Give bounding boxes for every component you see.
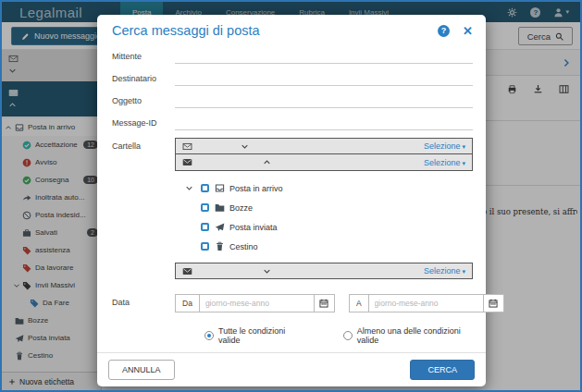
tree-item-posta-in-arrivo: Posta in arrivo [201,178,473,198]
oggetto-label: Oggetto [112,96,175,108]
message-id-label: Message-ID [112,118,175,130]
app-window: Legalmail Posta Archivio Conservazione R… [0,0,582,392]
send-icon [215,222,225,232]
search-mail-modal: Cerca messaggi di posta ? ✕ Mittente Des… [97,15,486,386]
tree-item-cestino: Cestino [201,237,473,256]
account-bar-1[interactable]: Selezione [175,138,473,154]
search-submit-button[interactable]: CERCA [410,360,475,380]
envelope-icon [182,157,192,167]
envelope-icon [182,141,192,152]
date-from-input[interactable] [200,294,315,312]
chevron-down-icon[interactable] [241,142,249,151]
folder-icon [215,202,225,213]
modal-body: Mittente Destinatario Oggetto Message-ID… [97,42,486,345]
checkbox[interactable] [201,184,209,192]
cartella-tree: Posta in arrivo Bozze Posta inviata [175,171,473,263]
conditions-row: Tutte le condizioni valide Almeno una de… [112,326,473,345]
date-range: Da A [175,294,504,312]
modal-title: Cerca messaggi di posta [112,23,260,38]
date-to-prefix: A [349,294,369,312]
mittente-input[interactable] [175,49,473,64]
destinatario-input[interactable] [175,71,473,86]
tree-item-posta-inviata: Posta inviata [201,217,473,237]
account-bar-2[interactable]: Selezione [175,154,473,171]
selezione-link[interactable]: Selezione [424,158,465,167]
radio-any-condition[interactable]: Almeno una delle condizioni valide [343,326,473,345]
oggetto-input[interactable] [175,93,473,108]
cancel-button[interactable]: ANNULLA [108,360,175,380]
account-bar-3[interactable]: Selezione [175,263,473,279]
calendar-icon [319,299,328,308]
radio-unselected-icon [343,331,353,340]
date-from-prefix: Da [175,294,200,312]
checkbox[interactable] [201,203,209,212]
cartella-selector: Selezione Selezione Posta in arrivo [175,138,473,279]
checkbox[interactable] [201,242,209,251]
radio-selected-icon [204,331,214,340]
tree-item-bozze: Bozze [201,198,473,217]
chevron-down-icon[interactable] [263,267,271,276]
date-from-group: Da [175,294,335,312]
close-icon[interactable]: ✕ [463,25,473,37]
mittente-label: Mittente [112,52,175,64]
date-to-group: A [349,294,504,312]
inbox-icon [215,183,225,193]
destinatario-label: Destinatario [112,74,175,86]
calendar-button[interactable] [484,294,504,312]
trash-icon [215,241,225,251]
cartella-label: Cartella [112,138,175,153]
date-to-input[interactable] [369,294,484,312]
radio-all-conditions[interactable]: Tutte le condizioni valide [204,326,301,345]
data-label: Data [112,294,175,310]
chevron-up-icon[interactable] [263,158,271,166]
help-icon[interactable]: ? [438,25,450,37]
calendar-icon [489,299,498,308]
selezione-link[interactable]: Selezione [424,141,465,151]
chevron-down-icon[interactable] [185,184,193,192]
message-id-input[interactable] [175,116,473,130]
modal-footer: ANNULLA CERCA [97,352,486,386]
envelope-icon [182,266,192,276]
selezione-link[interactable]: Selezione [424,266,465,276]
modal-header: Cerca messaggi di posta ? ✕ [97,15,486,42]
checkbox[interactable] [201,223,209,231]
calendar-button[interactable] [315,294,335,312]
